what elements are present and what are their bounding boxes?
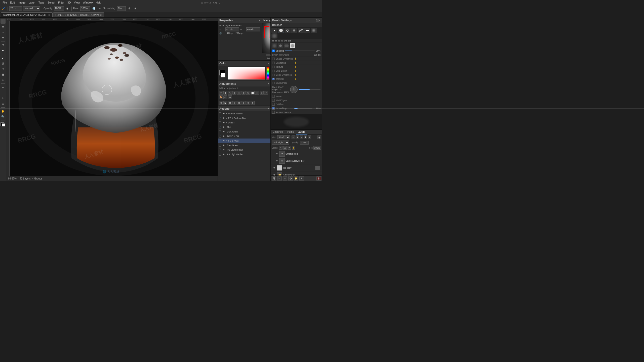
tab-fuji[interactable]: Fuji001-1 @ 12.5% (Fuji0086, RGB/8*) ✕ [53, 12, 104, 17]
width-input[interactable] [225, 27, 239, 31]
action-check-4[interactable] [219, 130, 221, 133]
magic-wand-tool[interactable]: ✲ [1, 35, 6, 40]
action-row-5[interactable]: 👁 TONE + DB [218, 134, 270, 139]
adj-icon-a[interactable]: ◫ [219, 101, 223, 105]
blend-mode-dropdown[interactable]: Soft Light Normal Multiply Screen Overla… [272, 141, 289, 145]
adj-curves-icon[interactable]: ∿ [228, 91, 232, 95]
height-input[interactable] [246, 27, 260, 31]
brush-prev-r2-2[interactable] [278, 43, 283, 48]
adj-bw-icon[interactable]: ⬜ [251, 91, 255, 95]
adj-exposure-icon[interactable]: ◑ [232, 91, 236, 95]
filter-adj-icon[interactable]: ◈ [296, 135, 299, 139]
tab-master[interactable]: Master.psb @ 66.7% (Layer 2, RGB/8*) ✕ [1, 12, 53, 17]
brush-tool-icon[interactable]: 🖌️ [1, 6, 6, 11]
brush-size-input[interactable] [9, 6, 22, 11]
flow-input[interactable] [80, 6, 90, 11]
action-eye-6[interactable]: 👁 [222, 140, 225, 142]
text-tool[interactable]: T [1, 90, 6, 95]
nav-zoom-slider[interactable] [266, 54, 270, 56]
wet-edges-check[interactable] [272, 99, 275, 102]
color-dynamics-check[interactable] [272, 74, 275, 76]
lock-art-btn[interactable]: ◫ [283, 146, 287, 150]
lock-all-btn[interactable]: 🔒 [292, 146, 295, 150]
adjustments-header[interactable]: Adjustments ▾ [218, 81, 270, 86]
brush-prev-r2-4[interactable] [290, 43, 295, 48]
adj-hsl-icon[interactable]: ◍ [242, 91, 246, 95]
menu-view[interactable]: View [72, 0, 82, 5]
protect-texture-check[interactable] [272, 111, 275, 114]
shape-tool[interactable]: ▭ [1, 101, 6, 106]
tab-close-icon[interactable]: ✕ [48, 14, 50, 16]
action-row-7[interactable]: 👁 Raw Grain [218, 143, 270, 148]
menu-file[interactable]: File [1, 0, 9, 5]
adj-selective-icon[interactable]: 🎨 [219, 95, 223, 99]
brush-settings-header[interactable]: Brush Settings ⬛ ▾ [271, 18, 322, 23]
gradient-tool[interactable]: ▦ [1, 72, 6, 77]
blend-mode-select[interactable]: Normal Multiply Screen Overlay Soft Ligh… [23, 6, 40, 11]
adj-threshold-icon[interactable]: ◧ [223, 95, 227, 99]
adj-photo-icon[interactable]: ⬛ [255, 91, 259, 95]
symmetry-icon[interactable]: ⊕ [133, 6, 138, 11]
action-eye-1[interactable]: 👁 [222, 117, 225, 119]
action-check-7[interactable] [219, 144, 221, 147]
settings-icon[interactable]: ⚙ [127, 6, 132, 11]
lasso-tool[interactable]: ⌓ [1, 30, 6, 35]
adjustments-collapse-icon[interactable]: ▾ [268, 82, 269, 85]
color-swatches-container[interactable] [219, 70, 226, 77]
action-eye-3[interactable]: 👁 [222, 126, 225, 128]
link-layers-btn[interactable]: ⛓ [272, 176, 276, 180]
adj-icon-d[interactable]: ⊟ [232, 101, 236, 105]
add-mask-btn[interactable]: □ [283, 176, 287, 180]
brush-row-tip-shape[interactable]: Brush Tip Shape 135 px [271, 53, 322, 57]
brush-preview-1[interactable] [271, 28, 277, 33]
brush-row-transfer[interactable]: Transfer 🔒 [271, 77, 322, 81]
menu-type[interactable]: Type [37, 0, 46, 5]
menu-select[interactable]: Select [46, 0, 57, 5]
brush-preview-8[interactable] [271, 33, 277, 38]
action-check-5[interactable] [219, 135, 221, 138]
selection-tool[interactable]: ▭ [1, 24, 6, 29]
menu-help[interactable]: Help [94, 0, 103, 5]
action-check-8[interactable] [219, 149, 221, 151]
eraser-tool[interactable]: ◻ [1, 66, 6, 71]
layer-vis-0[interactable]: 👁 [275, 152, 278, 156]
filter-shape-icon[interactable]: ⬢ [304, 135, 307, 139]
clone-tool[interactable]: ⎙ [1, 61, 6, 66]
action-eye-9[interactable]: 👁 [222, 153, 225, 156]
adj-icon-c[interactable]: ⊠ [228, 101, 232, 105]
layer-row-2[interactable]: 👁 Ice copy [271, 164, 322, 171]
path-select-tool[interactable]: ↖ [1, 96, 6, 101]
crop-tool[interactable]: ⊡ [1, 42, 6, 48]
brush-row-pose[interactable]: Brush Pose [271, 81, 322, 85]
filter-toggle-btn[interactable]: ◉ [317, 135, 321, 139]
layer-vis-1[interactable]: 👁 [275, 159, 278, 163]
layer-vis-2[interactable]: 👁 [272, 166, 276, 170]
filter-smart-icon[interactable]: ★ [308, 135, 311, 139]
smoothing-icon[interactable]: 〰 [97, 6, 102, 11]
fill-input[interactable]: 100% [313, 146, 321, 150]
transfer-check[interactable] [272, 78, 275, 80]
adj-icon-f[interactable]: ⊘ [242, 101, 246, 105]
canvas-area[interactable]: 15001550160016501700 1750180018501900195… [6, 18, 218, 181]
angle-slider[interactable] [299, 89, 320, 90]
brush-row-protect-texture[interactable]: Protect Texture [271, 110, 322, 114]
texture-check[interactable] [272, 66, 275, 68]
brush-row-wet-edges[interactable]: Wet Edges [271, 98, 322, 102]
opacity-input-layers[interactable]: 100% [300, 141, 309, 145]
action-check-1[interactable] [219, 117, 221, 119]
dodge-tool[interactable]: ○ [1, 77, 6, 82]
action-row-3[interactable]: 👁 Flat [218, 125, 270, 129]
scattering-check[interactable] [272, 62, 275, 64]
properties-header[interactable]: Properties ▾ [218, 18, 262, 23]
brush-row-color-dynamics[interactable]: Color Dynamics 🔒 [271, 73, 322, 77]
brush-row-smoothing[interactable]: Smoothing 18% [271, 106, 322, 110]
build-up-check[interactable] [272, 103, 275, 106]
brush-row-dual-brush[interactable]: Dual Brush 🔒 [271, 69, 322, 73]
action-row-8[interactable]: 👁 PS Low Median [218, 148, 270, 152]
action-eye-2[interactable]: 👁 [222, 121, 225, 124]
smoothing-input[interactable] [117, 6, 126, 11]
zoom-tool[interactable]: 🔍 [1, 114, 6, 119]
brush-pose-check[interactable] [272, 82, 275, 84]
adj-icon-g[interactable]: ⊕ [246, 101, 250, 105]
adj-icon-h[interactable]: ⊗ [251, 101, 255, 105]
